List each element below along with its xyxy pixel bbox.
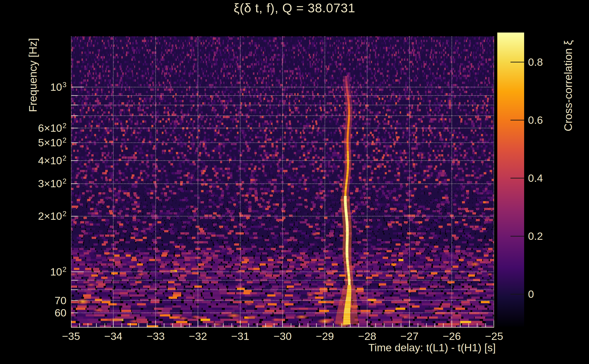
- y-axis-title: Frequency [Hz]: [27, 38, 39, 112]
- x-tick-label: −27: [400, 330, 419, 342]
- heatmap-canvas: [71, 36, 494, 328]
- colorbar-tick-label: 0.2: [528, 231, 543, 242]
- colorbar-title: Cross-correlation ξ: [562, 40, 575, 131]
- y-tick-label: 5×102: [0, 137, 66, 148]
- cross-correlation-figure: ξ(δ t, f), Q = 38.0731 Frequency [Hz] Ti…: [0, 0, 589, 364]
- x-tick-label: −26: [443, 330, 461, 342]
- x-tick-label: −30: [274, 330, 292, 342]
- colorbar-tick-label: 0: [528, 289, 534, 300]
- plot-title: ξ(δ t, f), Q = 38.0731: [0, 0, 589, 15]
- colorbar-tick-label: 0.4: [528, 173, 543, 184]
- colorbar: [497, 32, 524, 327]
- y-tick-label: 102: [0, 266, 66, 277]
- x-tick-label: −32: [189, 330, 207, 342]
- x-tick-label: −35: [62, 330, 80, 342]
- y-tick-label: 60: [0, 307, 66, 318]
- x-tick-label: −29: [316, 330, 334, 342]
- y-tick-label: 70: [0, 295, 66, 306]
- x-tick-label: −34: [104, 330, 122, 342]
- x-tick-label: −31: [231, 330, 249, 342]
- y-tick-label: 3×102: [0, 178, 66, 189]
- y-tick-label: 2×102: [0, 211, 66, 221]
- y-tick-label: 4×102: [0, 155, 66, 166]
- y-tick-label: 103: [0, 82, 66, 93]
- x-axis-title: Time delay: t(L1) - t(H1) [s]: [0, 341, 496, 354]
- colorbar-tick-label: 0.6: [528, 115, 543, 126]
- x-tick-label: −28: [358, 330, 376, 342]
- x-tick-label: −33: [147, 330, 165, 342]
- x-tick-label: −25: [485, 330, 503, 342]
- colorbar-tick-label: 0.8: [528, 57, 543, 68]
- y-tick-label: 6×102: [0, 123, 66, 134]
